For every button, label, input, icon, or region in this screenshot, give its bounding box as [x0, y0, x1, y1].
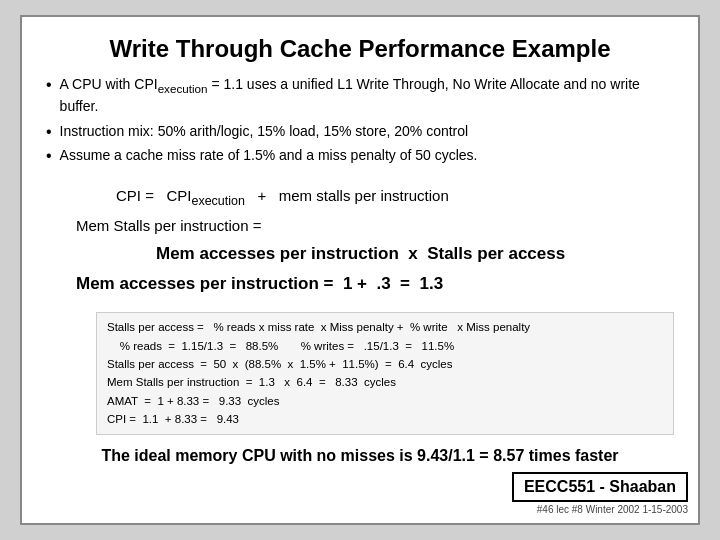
detail-box: Stalls per access = % reads x miss rate … — [96, 312, 674, 434]
bullet-1-text: A CPU with CPIexecution = 1.1 uses a uni… — [60, 75, 674, 117]
bullet-dot-2: • — [46, 123, 52, 141]
math-line-3: Mem accesses per instruction x Stalls pe… — [156, 241, 674, 267]
slide: Write Through Cache Performance Example … — [20, 15, 700, 525]
detail-line-5: AMAT = 1 + 8.33 = 9.33 cycles — [107, 392, 663, 410]
math-line-1: CPI = CPIexecution + mem stalls per inst… — [116, 185, 674, 211]
bullet-dot-3: • — [46, 147, 52, 165]
bullet-2: • Instruction mix: 50% arith/logic, 15% … — [46, 122, 674, 142]
math-section: CPI = CPIexecution + mem stalls per inst… — [76, 185, 674, 300]
detail-line-3: Stalls per access = 50 x (88.5% x 1.5% +… — [107, 355, 663, 373]
detail-line-1: Stalls per access = % reads x miss rate … — [107, 318, 663, 336]
slide-number: #46 lec #8 Winter 2002 1-15-2003 — [537, 504, 688, 515]
slide-title: Write Through Cache Performance Example — [46, 35, 674, 63]
math-cpi-sub: execution — [191, 194, 245, 208]
bullet-list: • A CPU with CPIexecution = 1.1 uses a u… — [46, 75, 674, 171]
bullet-dot-1: • — [46, 76, 52, 94]
bottom-line: The ideal memory CPU with no misses is 9… — [46, 447, 674, 465]
math-line-2: Mem Stalls per instruction = — [76, 215, 674, 238]
eecc-box: EECC551 - Shaaban — [512, 472, 688, 502]
cpi-sub: execution — [158, 82, 208, 95]
detail-line-2: % reads = 1.15/1.3 = 88.5% % writes = .1… — [107, 337, 663, 355]
detail-line-4: Mem Stalls per instruction = 1.3 x 6.4 =… — [107, 373, 663, 391]
footer: EECC551 - Shaaban #46 lec #8 Winter 2002… — [512, 472, 688, 515]
detail-line-6: CPI = 1.1 + 8.33 = 9.43 — [107, 410, 663, 428]
bullet-2-text: Instruction mix: 50% arith/logic, 15% lo… — [60, 122, 674, 142]
math-line-4: Mem accesses per instruction = 1 + .3 = … — [76, 271, 674, 297]
bullet-3: • Assume a cache miss rate of 1.5% and a… — [46, 146, 674, 166]
bullet-3-text: Assume a cache miss rate of 1.5% and a m… — [60, 146, 674, 166]
bullet-1: • A CPU with CPIexecution = 1.1 uses a u… — [46, 75, 674, 117]
